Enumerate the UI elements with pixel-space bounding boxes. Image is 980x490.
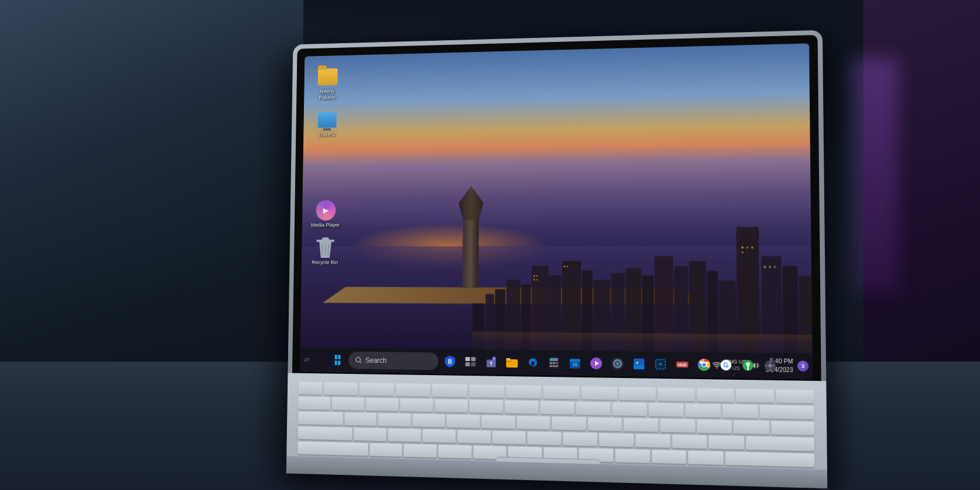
key-f5[interactable] — [469, 384, 505, 398]
svg-line-42 — [360, 362, 361, 363]
key-d[interactable] — [422, 429, 456, 443]
obs-button[interactable] — [608, 354, 627, 373]
key-u[interactable] — [552, 416, 586, 430]
key-f2[interactable] — [359, 383, 394, 396]
svg-text:B: B — [448, 358, 452, 365]
key-3[interactable] — [400, 398, 433, 412]
start-button[interactable] — [328, 351, 346, 369]
maps-button[interactable] — [738, 356, 758, 376]
key-7[interactable] — [540, 401, 574, 414]
key-f[interactable] — [457, 430, 491, 443]
teams-icon: T — [485, 356, 497, 367]
key-5[interactable] — [470, 400, 503, 413]
calendar-button[interactable]: 15 — [566, 354, 584, 373]
key-f11[interactable] — [696, 388, 734, 402]
file-explorer-button[interactable] — [503, 353, 522, 372]
svg-rect-8 — [754, 226, 757, 241]
key-comma[interactable] — [615, 449, 650, 463]
key-enter[interactable] — [746, 436, 814, 452]
svg-rect-34 — [764, 266, 765, 268]
key-esc[interactable] — [299, 382, 323, 394]
key-l[interactable] — [635, 434, 670, 448]
key-w[interactable] — [378, 413, 411, 426]
key-r[interactable] — [447, 415, 480, 428]
key-tab[interactable] — [298, 411, 343, 425]
key-lbracket[interactable] — [697, 419, 732, 433]
key-f6[interactable] — [506, 385, 541, 398]
key-f7[interactable] — [544, 386, 580, 399]
key-f10[interactable] — [658, 387, 695, 401]
key-backspace[interactable] — [760, 405, 814, 419]
desktop-icon-folder[interactable]: NeertyPalunin — [312, 66, 342, 101]
notification-button[interactable]: 3 — [797, 360, 808, 372]
calculator-button[interactable] — [544, 354, 563, 373]
svg-text:G: G — [723, 361, 729, 369]
key-c[interactable] — [438, 444, 471, 459]
search-bar[interactable]: Search — [348, 352, 438, 370]
photos-button[interactable] — [629, 354, 649, 373]
key-x[interactable] — [404, 444, 436, 457]
desktop-icon-recycle-bin[interactable]: Recycle Bin — [310, 237, 340, 265]
key-2[interactable] — [366, 398, 398, 411]
key-1[interactable] — [332, 397, 365, 411]
pc-icon — [317, 110, 337, 130]
key-capslock[interactable] — [298, 426, 352, 440]
key-8[interactable] — [576, 401, 611, 415]
key-slash[interactable] — [688, 451, 723, 465]
bitwarden-button[interactable]: B — [441, 352, 460, 370]
key-semicolon[interactable] — [672, 435, 707, 449]
key-e[interactable] — [412, 414, 445, 427]
svg-rect-27 — [536, 279, 537, 280]
desktop-icon-this-pc[interactable]: This PC — [312, 109, 342, 138]
edge-button[interactable] — [523, 353, 542, 372]
key-f8[interactable] — [581, 386, 617, 400]
task-view-button[interactable] — [461, 352, 480, 371]
key-i[interactable] — [588, 417, 622, 431]
key-q[interactable] — [344, 412, 376, 426]
key-p[interactable] — [660, 419, 695, 433]
svg-rect-28 — [564, 266, 565, 267]
key-k[interactable] — [599, 433, 634, 447]
key-f3[interactable] — [396, 383, 430, 397]
key-o[interactable] — [624, 418, 658, 432]
key-backtick[interactable] — [298, 397, 330, 410]
key-del[interactable] — [776, 390, 814, 404]
key-0[interactable] — [649, 403, 684, 417]
media-player-icon — [316, 200, 335, 220]
key-f9[interactable] — [620, 387, 656, 401]
obs-icon — [611, 358, 623, 370]
key-f1[interactable] — [324, 382, 358, 396]
google-button[interactable]: G — [716, 355, 736, 374]
key-f4[interactable] — [432, 384, 467, 397]
chrome-icon — [698, 359, 710, 371]
key-rshift[interactable] — [725, 452, 814, 467]
media-player-tb-button[interactable] — [587, 354, 606, 373]
key-f12[interactable] — [736, 388, 774, 402]
key-a[interactable] — [354, 428, 387, 441]
key-9[interactable] — [612, 402, 646, 416]
key-s[interactable] — [388, 428, 421, 442]
key-equal[interactable] — [723, 404, 758, 418]
settings-button[interactable] — [760, 356, 780, 376]
key-j[interactable] — [563, 432, 597, 446]
key-rbracket[interactable] — [734, 420, 769, 434]
key-z[interactable] — [370, 443, 402, 457]
key-h[interactable] — [527, 432, 561, 446]
key-g[interactable] — [492, 430, 526, 444]
key-6[interactable] — [505, 400, 538, 414]
svg-text:T: T — [489, 360, 493, 366]
key-minus[interactable] — [685, 404, 721, 418]
key-backslash[interactable] — [771, 421, 814, 436]
snipping-tool-button[interactable] — [651, 355, 670, 374]
key-t[interactable] — [482, 415, 515, 429]
key-period[interactable] — [652, 450, 687, 464]
teams-button[interactable]: T — [482, 352, 501, 372]
key-y[interactable] — [517, 416, 551, 430]
hud-button[interactable]: HUD — [673, 355, 692, 374]
desktop-icon-media-player[interactable]: Media Player — [310, 200, 341, 228]
recycle-bin-label: Recycle Bin — [312, 260, 338, 266]
key-quote[interactable] — [709, 435, 744, 449]
key-lshift[interactable] — [298, 442, 368, 456]
chrome-button[interactable] — [694, 355, 713, 374]
key-4[interactable] — [435, 399, 468, 412]
